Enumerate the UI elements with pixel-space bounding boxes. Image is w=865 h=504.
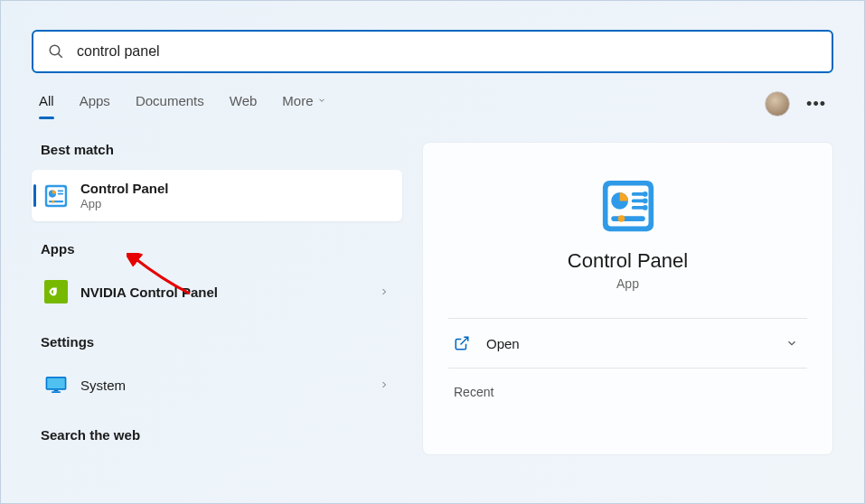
action-label: Open <box>486 336 785 351</box>
result-title: NVIDIA Control Panel <box>80 285 379 300</box>
control-panel-large-icon <box>601 179 655 233</box>
svg-point-23 <box>617 215 625 222</box>
filter-tabs: All Apps Documents Web More <box>39 93 765 116</box>
recent-label: Recent <box>448 369 807 399</box>
svg-rect-22 <box>611 216 645 221</box>
control-panel-icon <box>44 184 68 208</box>
search-box[interactable] <box>32 30 833 73</box>
action-open[interactable]: Open <box>448 319 807 368</box>
svg-line-24 <box>461 337 468 344</box>
system-icon <box>44 373 68 397</box>
detail-subtitle: App <box>448 276 807 291</box>
svg-rect-7 <box>49 200 63 201</box>
detail-pane: Control Panel App Open Recent <box>422 142 833 455</box>
result-title: Control Panel <box>80 181 390 196</box>
chevron-right-icon <box>379 286 390 297</box>
section-search-web: Search the web <box>41 427 402 443</box>
svg-rect-5 <box>58 190 64 191</box>
section-best-match: Best match <box>41 142 402 157</box>
svg-rect-10 <box>47 378 65 388</box>
svg-point-19 <box>642 199 647 204</box>
open-icon <box>454 335 470 351</box>
tab-apps[interactable]: Apps <box>80 93 110 116</box>
chevron-down-icon <box>317 96 326 105</box>
user-avatar[interactable] <box>765 91 790 117</box>
more-options-button[interactable]: ••• <box>806 95 826 114</box>
tab-documents[interactable]: Documents <box>136 93 204 116</box>
svg-line-1 <box>58 53 62 58</box>
svg-point-0 <box>50 45 60 55</box>
tab-more[interactable]: More <box>282 93 325 116</box>
search-input[interactable] <box>77 43 817 60</box>
result-nvidia-control-panel[interactable]: NVIDIA Control Panel <box>32 269 402 314</box>
tab-more-label: More <box>282 93 313 108</box>
result-title: System <box>80 378 379 393</box>
svg-point-17 <box>642 191 647 197</box>
section-settings: Settings <box>41 334 402 350</box>
search-icon <box>48 43 64 60</box>
svg-point-21 <box>642 205 647 210</box>
svg-point-8 <box>52 200 54 202</box>
result-system[interactable]: System <box>32 362 402 407</box>
svg-rect-6 <box>58 192 64 194</box>
tab-all[interactable]: All <box>39 93 54 116</box>
section-apps: Apps <box>41 241 402 257</box>
chevron-down-icon[interactable] <box>785 337 798 350</box>
result-subtitle: App <box>80 197 390 210</box>
detail-title: Control Panel <box>448 249 807 273</box>
tab-web[interactable]: Web <box>230 93 258 116</box>
nvidia-icon <box>44 280 68 303</box>
svg-rect-12 <box>54 390 59 392</box>
svg-rect-11 <box>52 391 61 393</box>
result-control-panel[interactable]: Control Panel App <box>32 170 402 221</box>
chevron-right-icon <box>379 379 390 390</box>
